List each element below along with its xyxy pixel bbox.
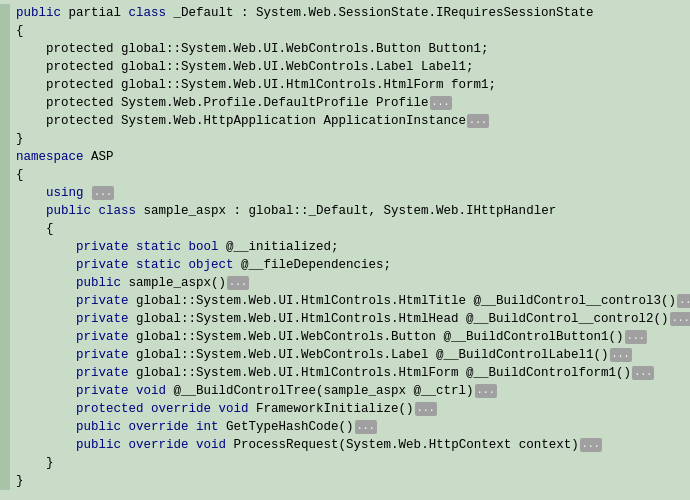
line-text: private global::System.Web.UI.WebControl… xyxy=(0,328,652,346)
collapsed-indicator[interactable]: ... xyxy=(677,294,690,308)
code-text: protected System.Web.Profile.DefaultProf… xyxy=(46,96,429,110)
line-text: public class sample_aspx : global::_Defa… xyxy=(0,202,560,220)
code-text: } xyxy=(16,456,54,470)
code-text: ProcessRequest(System.Web.HttpContext co… xyxy=(226,438,579,452)
keyword: override xyxy=(151,402,211,416)
code-text xyxy=(16,348,76,362)
line-text: private void @__BuildControlTree(sample_… xyxy=(0,382,502,400)
keyword: void xyxy=(219,402,249,416)
code-line: protected System.Web.Profile.DefaultProf… xyxy=(0,94,690,112)
keyword: public xyxy=(76,420,121,434)
code-text: @__fileDependencies; xyxy=(234,258,392,272)
code-text: { xyxy=(16,24,24,38)
keyword: object xyxy=(189,258,234,272)
code-line: public class sample_aspx : global::_Defa… xyxy=(0,202,690,220)
line-text: protected System.Web.HttpApplication App… xyxy=(0,112,494,130)
keyword: public xyxy=(46,204,91,218)
collapsed-indicator[interactable]: ... xyxy=(430,96,452,110)
code-text xyxy=(16,312,76,326)
code-line: private global::System.Web.UI.HtmlContro… xyxy=(0,310,690,328)
code-line: protected global::System.Web.UI.WebContr… xyxy=(0,58,690,76)
collapsed-indicator[interactable]: ... xyxy=(625,330,647,344)
collapsed-indicator[interactable]: ... xyxy=(355,420,377,434)
code-line: { xyxy=(0,166,690,184)
keyword: override xyxy=(129,438,189,452)
keyword: private xyxy=(76,330,129,344)
code-text xyxy=(129,240,137,254)
keyword: private xyxy=(76,294,129,308)
line-text: private global::System.Web.UI.HtmlContro… xyxy=(0,364,659,382)
collapsed-indicator[interactable]: ... xyxy=(475,384,497,398)
code-line: private global::System.Web.UI.HtmlContro… xyxy=(0,292,690,310)
keyword: private xyxy=(76,366,129,380)
code-text xyxy=(16,186,46,200)
code-text xyxy=(16,78,46,92)
keyword: public xyxy=(16,6,61,20)
code-text: global::System.Web.UI.HtmlControls.HtmlF… xyxy=(129,366,632,380)
code-text xyxy=(91,204,99,218)
code-text: { xyxy=(16,222,54,236)
collapsed-indicator[interactable]: ... xyxy=(467,114,489,128)
code-text xyxy=(16,60,46,74)
code-line: private static bool @__initialized; xyxy=(0,238,690,256)
code-editor: public partial class _Default : System.W… xyxy=(0,0,690,500)
line-text: protected global::System.Web.UI.HtmlCont… xyxy=(0,76,500,94)
keyword: private xyxy=(76,348,129,362)
code-text xyxy=(16,402,76,416)
keyword: public xyxy=(76,438,121,452)
line-text: using ... xyxy=(0,184,119,202)
collapsed-indicator[interactable]: ... xyxy=(670,312,690,326)
code-text xyxy=(16,258,76,272)
keyword: override xyxy=(129,420,189,434)
collapsed-indicator[interactable]: ... xyxy=(415,402,437,416)
code-text xyxy=(144,402,152,416)
collapsed-indicator[interactable]: ... xyxy=(610,348,632,362)
code-text: global::System.Web.UI.HtmlControls.HtmlH… xyxy=(129,312,669,326)
line-text: protected override void FrameworkInitial… xyxy=(0,400,442,418)
code-text: partial xyxy=(61,6,129,20)
keyword: protected xyxy=(76,402,144,416)
code-text xyxy=(211,402,219,416)
code-line: protected System.Web.HttpApplication App… xyxy=(0,112,690,130)
code-line: protected global::System.Web.UI.WebContr… xyxy=(0,40,690,58)
code-text xyxy=(181,258,189,272)
code-line: protected global::System.Web.UI.HtmlCont… xyxy=(0,76,690,94)
code-line: private global::System.Web.UI.WebControl… xyxy=(0,328,690,346)
code-text xyxy=(129,258,137,272)
code-line: public override void ProcessRequest(Syst… xyxy=(0,436,690,454)
code-text: sample_aspx() xyxy=(121,276,226,290)
code-line: private global::System.Web.UI.HtmlContro… xyxy=(0,364,690,382)
collapsed-indicator[interactable]: ... xyxy=(580,438,602,452)
code-text xyxy=(16,330,76,344)
collapsed-indicator[interactable]: ... xyxy=(92,186,114,200)
code-line: } xyxy=(0,472,690,490)
line-text: private global::System.Web.UI.WebControl… xyxy=(0,346,637,364)
code-line: protected override void FrameworkInitial… xyxy=(0,400,690,418)
keyword: public xyxy=(76,276,121,290)
code-text xyxy=(16,276,76,290)
code-text xyxy=(16,384,76,398)
code-line: private void @__BuildControlTree(sample_… xyxy=(0,382,690,400)
code-text xyxy=(16,204,46,218)
code-text: _Default : System.Web.SessionState.IRequ… xyxy=(166,6,594,20)
keyword: static xyxy=(136,240,181,254)
code-text xyxy=(189,420,197,434)
code-line: private static object @__fileDependencie… xyxy=(0,256,690,274)
code-text xyxy=(16,96,46,110)
collapsed-indicator[interactable]: ... xyxy=(632,366,654,380)
code-text: } xyxy=(16,474,24,488)
code-text xyxy=(16,366,76,380)
code-text xyxy=(16,294,76,308)
line-text: public partial class _Default : System.W… xyxy=(0,4,598,22)
keyword: private xyxy=(76,258,129,272)
keyword: private xyxy=(76,384,129,398)
code-text: protected global::System.Web.UI.WebContr… xyxy=(46,60,474,74)
collapsed-indicator[interactable]: ... xyxy=(227,276,249,290)
code-text: ASP xyxy=(84,150,114,164)
keyword: private xyxy=(76,312,129,326)
line-text: public sample_aspx()... xyxy=(0,274,254,292)
code-text: global::System.Web.UI.WebControls.Label … xyxy=(129,348,609,362)
line-text: protected global::System.Web.UI.WebContr… xyxy=(0,40,493,58)
keyword: void xyxy=(196,438,226,452)
code-text: protected System.Web.HttpApplication App… xyxy=(46,114,466,128)
